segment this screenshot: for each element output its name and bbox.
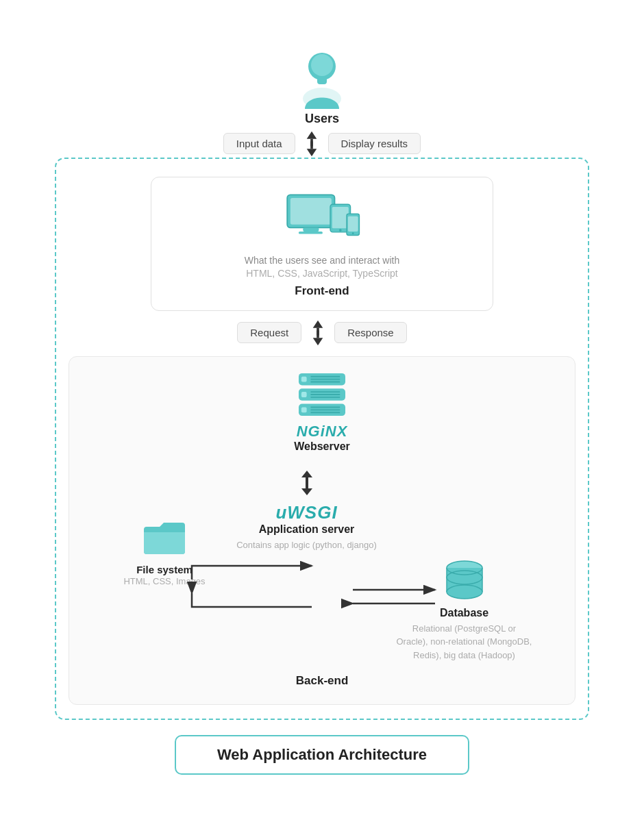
svg-marker-21: [313, 338, 323, 345]
req-res-row: Request Response: [237, 319, 406, 347]
frontend-devices-icon: [281, 191, 363, 246]
outer-dashed-border: What the users see and interact with HTM…: [55, 158, 589, 720]
backend-inner-layout: File system HTML, CSS, Images: [86, 462, 558, 662]
svg-marker-40: [301, 488, 312, 495]
database-icon: [441, 558, 488, 603]
svg-marker-7: [306, 149, 317, 156]
svg-point-14: [339, 229, 342, 232]
svg-point-17: [352, 232, 354, 234]
nginx-brand: NGiNX: [297, 423, 348, 440]
diagram-wrapper: Users Input data Display results: [27, 34, 617, 788]
user-label: Users: [305, 112, 339, 126]
user-section: Users: [295, 47, 349, 126]
svg-rect-33: [301, 407, 307, 412]
svg-marker-37: [301, 471, 312, 477]
svg-rect-16: [348, 216, 358, 232]
display-results-badge: Display results: [328, 133, 421, 154]
backend-box: NGiNX Webserver File system HTML, CSS, I…: [69, 356, 575, 706]
filesystem-col: File system HTML, CSS, Images: [112, 517, 218, 588]
appserver-label: Application server: [259, 523, 355, 536]
svg-rect-23: [301, 376, 307, 382]
footer-label-box: Web Application Architecture: [175, 735, 469, 775]
database-desc: Relational (PostgreSQL or Oracle), non-r…: [396, 622, 533, 662]
svg-rect-11: [299, 232, 323, 234]
filesystem-label: File system: [136, 564, 193, 575]
uwsgi-brand: uWSGI: [275, 502, 337, 523]
frontend-title: Front-end: [295, 284, 349, 298]
frontend-tech: HTML, CSS, JavaScript, TypeScript: [246, 268, 397, 279]
svg-rect-13: [332, 207, 349, 228]
footer-label: Web Application Architecture: [217, 746, 427, 763]
req-res-arrows: [308, 319, 327, 347]
uwsgi-block: uWSGI Application server Contains app lo…: [236, 502, 377, 552]
svg-rect-39: [306, 482, 308, 488]
svg-rect-3: [317, 77, 327, 84]
filesystem-desc: HTML, CSS, Images: [123, 575, 205, 588]
database-col: Database Relational (PostgreSQL or Oracl…: [396, 558, 533, 662]
io-arrows: [302, 130, 321, 158]
frontend-box: What the users see and interact with HTM…: [151, 177, 493, 311]
svg-rect-9: [290, 198, 332, 225]
appserver-desc: Contains app logic (python, django): [236, 538, 377, 552]
svg-marker-18: [313, 320, 323, 327]
svg-marker-4: [306, 132, 317, 139]
user-icon: [295, 47, 349, 109]
request-badge: Request: [237, 322, 301, 343]
svg-point-2: [311, 54, 333, 76]
svg-rect-28: [301, 392, 307, 397]
nginx-webserver-block: NGiNX Webserver: [294, 419, 350, 453]
input-data-badge: Input data: [223, 133, 295, 154]
backend-title: Back-end: [296, 674, 349, 688]
server-icon: [291, 371, 353, 419]
io-row: Input data Display results: [82, 130, 562, 158]
response-badge: Response: [334, 322, 407, 343]
nginx-uwsgi-arrows: [297, 469, 317, 499]
filesystem-icon: [140, 517, 188, 558]
svg-rect-6: [310, 141, 313, 149]
database-label: Database: [440, 607, 488, 619]
webserver-label: Webserver: [294, 440, 350, 453]
svg-rect-10: [303, 227, 319, 232]
frontend-desc: What the users see and interact with: [245, 254, 399, 268]
svg-rect-20: [317, 330, 319, 338]
center-col: uWSGI Application server Contains app lo…: [218, 462, 396, 552]
